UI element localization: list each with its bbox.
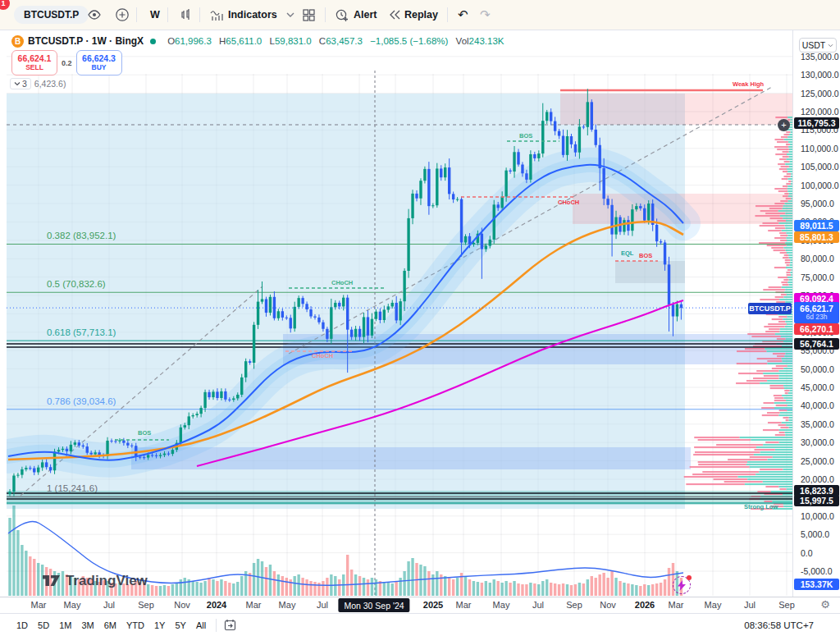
volume-bar xyxy=(163,585,166,596)
volume-bar xyxy=(472,581,475,596)
volume-bar xyxy=(423,566,426,596)
volume-bar xyxy=(334,576,336,596)
candle xyxy=(627,220,629,231)
alert-button[interactable]: Alert xyxy=(354,0,377,30)
candle xyxy=(244,361,247,377)
range-button-5y[interactable]: 5Y xyxy=(170,620,190,630)
main-chart[interactable]: 0.382 (83,952.1)0.5 (70,832.6)0.618 (57,… xyxy=(0,0,840,636)
volume-value: 243.13K xyxy=(469,36,504,46)
candle xyxy=(216,391,218,398)
candle xyxy=(371,319,373,336)
candle xyxy=(309,309,312,317)
add-alert-icon[interactable]: + xyxy=(778,119,790,131)
range-button-1m[interactable]: 1M xyxy=(54,620,76,630)
low-value: 59,831.0 xyxy=(275,36,312,46)
price-tick-label: 125,000.0 xyxy=(801,89,839,98)
volume-bar xyxy=(651,584,654,596)
currency-toggle[interactable]: USDT xyxy=(799,38,837,53)
fib-label: 1 (15,241.6) xyxy=(47,483,98,493)
candle xyxy=(253,325,255,363)
volume-bar xyxy=(419,565,422,596)
expand-indicators-chip[interactable]: 3 xyxy=(10,78,31,89)
volume-bar xyxy=(448,578,450,596)
indicator-trailing-text: 6,423.6) xyxy=(34,79,66,89)
price-tick-label: 95,000.0 xyxy=(801,199,834,208)
clock-display[interactable]: 08:36:58 UTC+7 xyxy=(744,620,814,630)
candle xyxy=(358,329,361,337)
candle xyxy=(305,304,308,309)
range-button-1y[interactable]: 1Y xyxy=(149,620,170,630)
volume-bar xyxy=(427,571,430,596)
undo-icon[interactable]: ↶ xyxy=(458,0,468,30)
boost-lightning-icon[interactable] xyxy=(673,576,691,594)
annotation-label: CHoCH xyxy=(312,352,333,359)
candle xyxy=(143,457,145,458)
volume-bar xyxy=(574,584,577,596)
replay-button[interactable]: Replay xyxy=(404,0,438,30)
candle xyxy=(415,194,418,199)
candle xyxy=(660,241,662,242)
buy-button[interactable]: 66,624.3 BUY xyxy=(76,50,122,75)
volume-bar xyxy=(21,545,23,596)
candle xyxy=(224,391,226,400)
volume-bar xyxy=(12,506,15,596)
candle xyxy=(509,171,511,172)
chevron-down-icon[interactable] xyxy=(286,0,294,30)
interval-button[interactable]: W xyxy=(150,0,160,30)
candle xyxy=(500,196,503,208)
range-button-6m[interactable]: 6M xyxy=(99,620,121,630)
notification-badge[interactable]: 1 xyxy=(0,0,10,10)
indicators-button[interactable]: Indicators xyxy=(228,0,277,30)
chart-style-icon[interactable] xyxy=(179,0,194,30)
price-tick-label: 5,000.0 xyxy=(801,529,829,539)
candle xyxy=(208,392,210,397)
price-scale[interactable]: USDT 135,000.0130,000.0125,000.0120,000.… xyxy=(792,30,840,597)
range-button-1d[interactable]: 1D xyxy=(11,620,33,630)
price-badge: 85,801.3 xyxy=(794,231,839,243)
price-badge: 15,997.5 xyxy=(794,495,839,506)
range-button-all[interactable]: All xyxy=(191,620,211,630)
compare-eye-icon[interactable] xyxy=(87,0,102,30)
indicators-icon[interactable] xyxy=(209,0,225,30)
price-badge: 66,621.76d 23h xyxy=(794,302,839,323)
range-button-ytd[interactable]: YTD xyxy=(121,620,149,630)
candle xyxy=(537,153,540,158)
symbol-button[interactable]: BTCUSDT.P xyxy=(14,6,89,24)
redo-icon[interactable]: ↷ xyxy=(480,0,491,30)
market-status-dot xyxy=(150,39,156,44)
candle xyxy=(391,303,394,306)
indicators-collapsed-row[interactable]: 3 6,423.6) xyxy=(10,78,66,89)
time-tick-label: 2026 xyxy=(635,600,655,610)
chart-legend[interactable]: B BTCUSDT.P · 1W · BingX O61,996.3 H65,6… xyxy=(11,34,504,48)
range-button-5d[interactable]: 5D xyxy=(33,620,54,630)
price-tick-label: 25,000.0 xyxy=(801,456,834,466)
candle-countdown: 6d 23h xyxy=(806,313,828,322)
replay-icon[interactable] xyxy=(387,0,402,30)
candle xyxy=(419,181,422,199)
candle xyxy=(297,298,299,307)
sell-button[interactable]: 66,624.1 SELL xyxy=(11,50,57,75)
volume-bar xyxy=(354,574,357,596)
volume-bar xyxy=(199,583,202,596)
bitcoin-icon: B xyxy=(11,35,24,48)
candle xyxy=(610,205,613,235)
alert-clock-icon[interactable] xyxy=(335,0,349,30)
layout-grid-icon[interactable] xyxy=(302,0,316,30)
volume-bar xyxy=(322,581,324,596)
candle xyxy=(570,136,573,144)
axis-gear-icon[interactable]: ⚙ xyxy=(820,598,830,611)
candle xyxy=(562,136,564,155)
range-button-3m[interactable]: 3M xyxy=(76,620,98,630)
annotation-label: Weak High xyxy=(733,80,765,88)
volume-bar xyxy=(614,578,617,596)
price-tick-label: 35,000.0 xyxy=(801,419,834,429)
fib-label: 0.5 (70,832.6) xyxy=(47,279,106,289)
go-to-date-icon[interactable] xyxy=(223,618,237,632)
open-value: 61,996.3 xyxy=(175,36,212,46)
volume-bar xyxy=(619,581,621,596)
candle xyxy=(363,317,365,336)
time-axis[interactable]: Mon 30 Sep '24 ⚙ MarMayJulSepNov2024MarM… xyxy=(0,597,840,613)
supply-zone-1 xyxy=(560,94,792,125)
add-symbol-icon[interactable] xyxy=(115,0,130,30)
volume-bar xyxy=(375,579,377,596)
